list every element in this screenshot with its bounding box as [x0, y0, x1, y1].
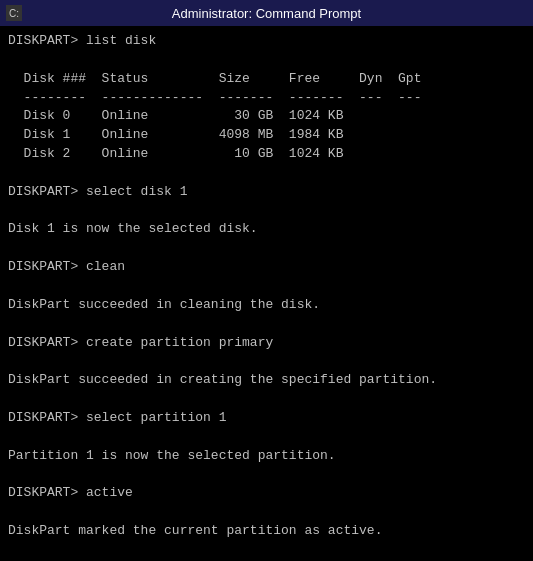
- terminal-line: [8, 239, 525, 258]
- terminal-line: [8, 202, 525, 221]
- terminal-line: -------- ------------- ------- ------- -…: [8, 89, 525, 108]
- terminal-line: Disk 1 Online 4098 MB 1984 KB: [8, 126, 525, 145]
- terminal-line: Disk 0 Online 30 GB 1024 KB: [8, 107, 525, 126]
- terminal-line: Disk 2 Online 10 GB 1024 KB: [8, 145, 525, 164]
- terminal-line: [8, 428, 525, 447]
- terminal-line: DISKPART> select partition 1: [8, 409, 525, 428]
- title-bar: C: Administrator: Command Prompt: [0, 0, 533, 26]
- terminal-window[interactable]: DISKPART> list disk Disk ### Status Size…: [0, 26, 533, 561]
- terminal-line: DISKPART> select disk 1: [8, 183, 525, 202]
- terminal-line: [8, 315, 525, 334]
- terminal-line: [8, 51, 525, 70]
- terminal-line: DISKPART> clean: [8, 258, 525, 277]
- terminal-line: DiskPart succeeded in cleaning the disk.: [8, 296, 525, 315]
- title-bar-icon: C:: [6, 5, 22, 21]
- terminal-line: [8, 465, 525, 484]
- terminal-line: DISKPART> active: [8, 484, 525, 503]
- terminal-line: DISKPART> list disk: [8, 32, 525, 51]
- terminal-line: Partition 1 is now the selected partitio…: [8, 447, 525, 466]
- terminal-line: Disk 1 is now the selected disk.: [8, 220, 525, 239]
- terminal-line: [8, 503, 525, 522]
- title-bar-title: Administrator: Command Prompt: [172, 6, 361, 21]
- terminal-line: [8, 390, 525, 409]
- terminal-line: Disk ### Status Size Free Dyn Gpt: [8, 70, 525, 89]
- terminal-line: [8, 541, 525, 560]
- terminal-line: DiskPart succeeded in creating the speci…: [8, 371, 525, 390]
- terminal-line: [8, 164, 525, 183]
- terminal-line: DISKPART> create partition primary: [8, 334, 525, 353]
- terminal-line: [8, 352, 525, 371]
- terminal-line: [8, 277, 525, 296]
- terminal-line: DiskPart marked the current partition as…: [8, 522, 525, 541]
